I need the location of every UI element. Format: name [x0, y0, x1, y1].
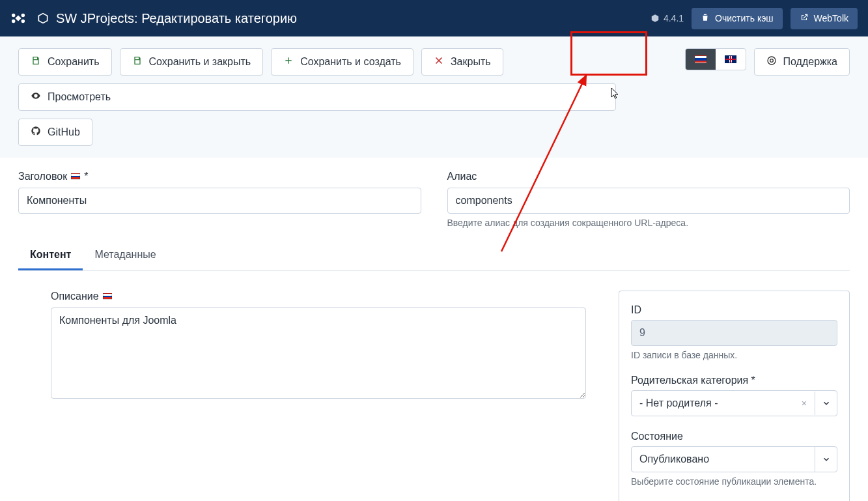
eye-icon	[31, 91, 41, 104]
cube-icon	[36, 12, 49, 25]
id-label: ID	[631, 304, 837, 316]
id-help: ID записи в базе данных.	[631, 350, 837, 360]
description-textarea[interactable]	[51, 308, 586, 399]
id-field: ID ID записи в базе данных.	[631, 304, 837, 360]
clear-cache-label: Очистить кэш	[715, 13, 774, 23]
app-header: SW JProjects: Редактировать категорию 4.…	[0, 0, 868, 36]
state-select[interactable]: Опубликовано	[631, 446, 837, 472]
webtolk-label: WebTolk	[814, 13, 848, 23]
alias-input[interactable]	[447, 188, 850, 214]
trash-icon	[701, 13, 710, 24]
close-icon	[434, 55, 444, 68]
clear-icon[interactable]: ×	[798, 398, 811, 408]
form-area: Заголовок * Алиас Введите алиас для созд…	[0, 158, 868, 501]
language-switch	[685, 48, 746, 70]
description-label: Описание	[51, 291, 99, 302]
title-label: Заголовок	[18, 171, 67, 182]
title-field-group: Заголовок *	[18, 171, 421, 228]
tab-content[interactable]: Контент	[18, 241, 83, 270]
support-label: Поддержка	[783, 56, 837, 68]
state-help: Выберите состояние публикации элемента.	[631, 476, 837, 487]
close-button[interactable]: Закрыть	[421, 48, 503, 76]
lang-ru[interactable]	[686, 49, 716, 70]
close-label: Закрыть	[451, 56, 491, 68]
webtolk-button[interactable]: WebTolk	[791, 8, 858, 29]
page-title: SW JProjects: Редактировать категорию	[56, 11, 651, 26]
alias-label: Алиас	[447, 171, 477, 182]
version-text: 4.4.1	[664, 13, 684, 23]
chevron-down-icon	[815, 447, 837, 472]
parent-value: - Нет родителя -	[639, 397, 718, 409]
flag-ru-icon	[103, 293, 112, 300]
header-right: 4.4.1 Очистить кэш WebTolk	[651, 8, 858, 29]
required-mark: *	[84, 171, 88, 182]
save-new-label: Сохранить и создать	[300, 56, 401, 68]
svg-point-1	[770, 59, 773, 63]
flag-ru-icon	[71, 173, 80, 180]
save-label: Сохранить	[48, 56, 100, 68]
save-button[interactable]: Сохранить	[18, 48, 112, 76]
save-close-label: Сохранить и закрыть	[149, 56, 251, 68]
alias-field-group: Алиас Введите алиас для создания сокраще…	[447, 171, 850, 228]
save-icon	[132, 55, 143, 68]
svg-point-0	[768, 57, 776, 64]
joomla-logo-icon	[10, 10, 26, 26]
state-field: Состояние Опубликовано Выберите состояни…	[631, 431, 837, 487]
save-close-button[interactable]: Сохранить и закрыть	[120, 48, 264, 76]
github-label: GitHub	[48, 126, 80, 138]
plus-icon	[283, 55, 294, 68]
chevron-down-icon	[815, 392, 837, 415]
support-button[interactable]: Поддержка	[754, 48, 850, 76]
save-icon	[31, 55, 41, 68]
parent-category-field: Родительская категория * - Нет родителя …	[631, 375, 837, 416]
action-toolbar: Сохранить Сохранить и закрыть Сохранить …	[0, 36, 868, 158]
flag-gb-icon	[725, 55, 736, 63]
tabs: Контент Метаданные	[18, 241, 850, 271]
preview-button[interactable]: Просмотреть	[18, 83, 616, 111]
preview-label: Просмотреть	[48, 91, 111, 103]
lifebuoy-icon	[766, 55, 777, 68]
parent-select[interactable]: - Нет родителя - ×	[631, 390, 837, 416]
flag-ru-icon	[695, 55, 707, 63]
clear-cache-button[interactable]: Очистить кэш	[692, 8, 783, 29]
state-label: Состояние	[631, 431, 837, 442]
lang-en[interactable]	[716, 49, 746, 70]
github-button[interactable]: GitHub	[18, 119, 92, 146]
parent-label: Родительская категория *	[631, 375, 837, 386]
content-panel: Описание	[18, 291, 586, 501]
joomla-version[interactable]: 4.4.1	[651, 13, 684, 23]
alias-help: Введите алиас для создания сокращенного …	[447, 218, 850, 228]
aside-panel: ID ID записи в базе данных. Родительская…	[619, 291, 850, 501]
github-icon	[31, 126, 41, 139]
state-value: Опубликовано	[639, 453, 709, 465]
title-input[interactable]	[18, 188, 421, 214]
save-new-button[interactable]: Сохранить и создать	[271, 48, 413, 76]
tab-metadata[interactable]: Метаданные	[83, 241, 167, 270]
id-input	[631, 320, 837, 346]
external-link-icon	[800, 13, 809, 24]
